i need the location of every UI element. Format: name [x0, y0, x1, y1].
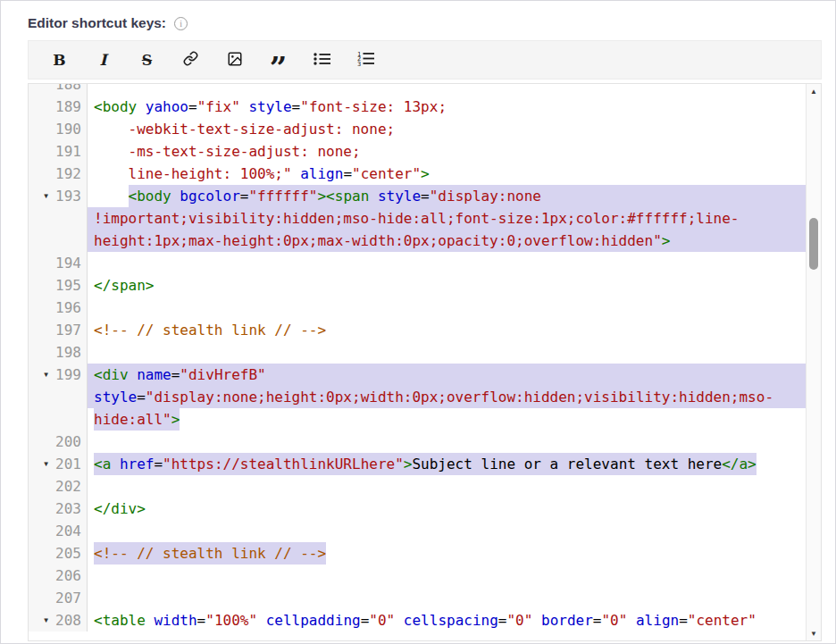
code-row[interactable]: ▾193 <body bgcolor="ffffff"><span style=…: [29, 185, 806, 207]
code-line[interactable]: line-height: 100%;" align="center">: [88, 163, 806, 185]
code-row[interactable]: 204: [29, 520, 806, 542]
code-line[interactable]: [88, 252, 806, 274]
line-number: 202: [55, 478, 81, 495]
code-line[interactable]: -ms-text-size-adjust: none;: [88, 140, 806, 163]
gutter-cell: 191: [29, 140, 88, 163]
code-line[interactable]: [88, 431, 806, 453]
code-row[interactable]: !important;visibility:hidden;mso-hide:al…: [29, 207, 806, 230]
code-line[interactable]: hide:all">: [88, 408, 806, 431]
code-row[interactable]: 191 -ms-text-size-adjust: none;: [29, 140, 806, 163]
gutter-cell: 194: [29, 252, 88, 274]
code-editor[interactable]: 188189<body yahoo="fix" style="font-size…: [28, 83, 822, 641]
line-number: 196: [55, 299, 81, 316]
code-row[interactable]: 195</span>: [29, 274, 806, 297]
gutter-cell: [29, 230, 88, 252]
code-row[interactable]: height:1px;max-height:0px;max-width:0px;…: [29, 230, 806, 252]
info-icon[interactable]: i: [174, 17, 188, 30]
gutter-cell: 203: [29, 498, 88, 520]
header: Editor shortcut keys: i: [28, 15, 822, 31]
code-row[interactable]: 206: [29, 565, 806, 587]
code-line[interactable]: <!-- // stealth link // -->: [88, 542, 806, 565]
code-content: 188189<body yahoo="fix" style="font-size…: [29, 84, 806, 631]
line-number: 194: [55, 255, 81, 272]
bold-button[interactable]: B: [43, 45, 76, 75]
code-line[interactable]: [88, 341, 806, 364]
code-row[interactable]: 188: [29, 84, 806, 96]
line-number: 208: [55, 612, 81, 629]
line-number: 190: [55, 121, 81, 138]
gutter-cell: ▾201: [29, 453, 88, 475]
gutter-cell: 192: [29, 163, 88, 185]
code-row[interactable]: 207: [29, 587, 806, 609]
code-row[interactable]: 203</div>: [29, 498, 806, 520]
code-line[interactable]: <a href="https://stealthlinkURLhere">Sub…: [88, 453, 806, 475]
link-button[interactable]: [174, 45, 207, 75]
code-line[interactable]: </div>: [88, 498, 806, 520]
code-row[interactable]: 194: [29, 252, 806, 274]
code-line[interactable]: <!-- // stealth link // -->: [88, 319, 806, 341]
italic-button[interactable]: I: [87, 45, 120, 75]
line-number: 195: [55, 277, 81, 294]
code-line[interactable]: <div name="divHrefB": [88, 364, 806, 386]
scroll-down-icon[interactable]: ▼: [807, 626, 821, 640]
code-row[interactable]: 192 line-height: 100%;" align="center">: [29, 163, 806, 185]
scroll-up-icon[interactable]: ▲: [807, 84, 821, 98]
editor-toolbar: B I S ” 123: [28, 40, 822, 79]
fold-arrow-icon[interactable]: ▾: [43, 185, 49, 207]
scrollbar-thumb[interactable]: [809, 218, 818, 270]
code-line[interactable]: style="display:none;height:0px;width:0px…: [88, 386, 806, 408]
quote-button[interactable]: ”: [262, 45, 295, 75]
gutter-cell: 206: [29, 565, 88, 587]
code-row[interactable]: ▾208<table width="100%" cellpadding="0" …: [29, 609, 806, 631]
code-line[interactable]: [88, 565, 806, 587]
code-line[interactable]: [88, 475, 806, 498]
code-row[interactable]: 189<body yahoo="fix" style="font-size: 1…: [29, 96, 806, 118]
fold-arrow-icon[interactable]: ▾: [43, 364, 49, 386]
strikethrough-icon: S: [142, 52, 153, 69]
code-row[interactable]: 200: [29, 431, 806, 453]
gutter-cell: 195: [29, 274, 88, 297]
code-line[interactable]: <table width="100%" cellpadding="0" cell…: [88, 609, 806, 631]
code-viewport: 188189<body yahoo="fix" style="font-size…: [29, 84, 806, 640]
code-line[interactable]: -webkit-text-size-adjust: none;: [88, 118, 806, 140]
line-number: 203: [55, 500, 81, 517]
line-number: 198: [55, 344, 81, 361]
gutter-cell: 189: [29, 96, 88, 118]
code-line[interactable]: <body yahoo="fix" style="font-size: 13px…: [88, 96, 806, 118]
unordered-list-button[interactable]: [305, 45, 339, 75]
code-row[interactable]: 197<!-- // stealth link // -->: [29, 319, 806, 341]
code-line[interactable]: [88, 587, 806, 609]
code-row[interactable]: 198: [29, 341, 806, 364]
code-line[interactable]: height:1px;max-height:0px;max-width:0px;…: [88, 230, 806, 252]
gutter-cell: 202: [29, 475, 88, 498]
gutter-cell: ▾208: [29, 609, 88, 631]
code-row[interactable]: ▾199<div name="divHrefB": [29, 364, 806, 386]
line-number: 207: [55, 590, 81, 606]
line-number: 204: [55, 523, 81, 539]
code-line[interactable]: [88, 297, 806, 319]
code-row[interactable]: 190 -webkit-text-size-adjust: none;: [29, 118, 806, 140]
code-row[interactable]: style="display:none;height:0px;width:0px…: [29, 386, 806, 408]
gutter-cell: 198: [29, 341, 88, 364]
vertical-scrollbar[interactable]: ▲ ▼: [806, 84, 821, 640]
fold-arrow-icon[interactable]: ▾: [43, 453, 49, 475]
code-row[interactable]: 196: [29, 297, 806, 319]
code-line[interactable]: !important;visibility:hidden;mso-hide:al…: [88, 207, 806, 230]
line-number: 193: [55, 188, 81, 205]
code-row[interactable]: ▾201<a href="https://stealthlinkURLhere"…: [29, 453, 806, 475]
line-number: 199: [55, 366, 81, 383]
code-line[interactable]: <body bgcolor="ffffff"><span style="disp…: [88, 185, 806, 207]
ordered-list-icon: 123: [357, 51, 374, 69]
strikethrough-button[interactable]: S: [130, 45, 163, 75]
code-line[interactable]: [88, 520, 806, 542]
code-row[interactable]: 202: [29, 475, 806, 498]
code-line[interactable]: </span>: [88, 274, 806, 297]
bold-icon: B: [53, 51, 65, 69]
code-row[interactable]: 205<!-- // stealth link // -->: [29, 542, 806, 565]
image-button[interactable]: [218, 45, 251, 75]
gutter-cell: 196: [29, 297, 88, 319]
fold-arrow-icon[interactable]: ▾: [43, 609, 49, 631]
code-line[interactable]: [88, 84, 806, 96]
ordered-list-button[interactable]: 123: [349, 45, 382, 75]
code-row[interactable]: hide:all">: [29, 408, 806, 431]
